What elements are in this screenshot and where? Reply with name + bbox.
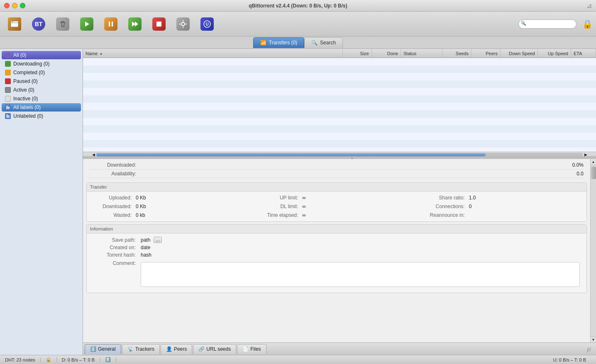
availability-label: Availability:: [90, 171, 139, 177]
downloaded-row: Downloaded: 0.0%: [90, 161, 584, 170]
tab-general[interactable]: ℹ️ General: [85, 344, 121, 354]
window-controls[interactable]: [4, 3, 25, 8]
details-vscroll[interactable]: ▲ ▼: [590, 159, 596, 342]
urlseeds-tab-icon: 🔗: [198, 346, 205, 352]
timeelapsed-label: Time elapsed:: [256, 212, 298, 218]
window-title: qBittorrent v2.4.4 (Down: 0 B/s, Up: 0 B…: [249, 3, 347, 9]
bottom-tabs: ℹ️ General 📡 Trackers 👤 Peers 🔗 URL seed…: [83, 342, 596, 355]
torrenthash-label: Torrent hash:: [90, 252, 136, 258]
h-scroll-thumb[interactable]: [96, 153, 486, 156]
sidebar-item-paused[interactable]: Paused (0): [2, 77, 81, 85]
sidebar-item-downloading[interactable]: Downloading (0): [2, 60, 81, 68]
tab-files[interactable]: 📄 Files: [237, 344, 266, 354]
sidebar-downloading-label: Downloading (0): [13, 61, 49, 67]
availability-value: 0.0: [576, 171, 584, 177]
sidebar-inactive-label: Inactive (0): [13, 96, 38, 102]
details-section: Downloaded: 0.0% Availability: 0.0 T: [83, 159, 596, 355]
svg-marker-5: [132, 22, 135, 27]
information-section: Information Save path: path … Created on…: [86, 224, 587, 293]
shareratio-field: Share ratio: 1.0: [420, 194, 586, 201]
createdon-label: Created on:: [90, 245, 136, 250]
files-tab-icon: 📄: [242, 346, 249, 352]
sidebar-active-label: Active (0): [13, 87, 34, 93]
comment-area: Comment:: [87, 259, 586, 290]
sidebar-item-completed[interactable]: Completed (0): [2, 68, 81, 77]
sidebar-item-active[interactable]: Active (0): [2, 86, 81, 94]
upload-label: U: 0 B/s – T: 0 B: [553, 357, 586, 362]
createdon-value: date: [141, 245, 150, 250]
downloaded-label: Downloaded:: [90, 162, 139, 168]
transfer-icon: ⬆️: [105, 357, 111, 362]
close-button[interactable]: [4, 3, 10, 8]
col-header-size[interactable]: Size: [343, 49, 372, 58]
col-header-upspeed[interactable]: Up Speed: [538, 49, 571, 58]
availability-row: Availability: 0.0: [90, 170, 584, 178]
active-icon: [5, 87, 11, 93]
files-tab-label: Files: [250, 346, 261, 352]
col-header-peers[interactable]: Peers: [471, 49, 501, 58]
vscroll-down-btn[interactable]: ▼: [591, 337, 596, 342]
createdon-field: Created on: date: [87, 244, 586, 251]
downloaded-transfer-field: Downloaded: 0 Kb: [87, 203, 253, 210]
resume-button[interactable]: [124, 14, 146, 34]
h-scrollbar[interactable]: ◀ ▶: [83, 152, 596, 157]
information-fields: Save path: path … Created on: date Torre…: [87, 233, 586, 293]
toolbar: BT: [0, 12, 596, 36]
tab-urlseeds[interactable]: 🔗 URL seeds: [193, 344, 236, 354]
transfer-section: Transfer Uploaded: 0 Kb: [86, 182, 587, 222]
reannounce-label: Reannounce in:: [423, 212, 465, 218]
reannounce-field: Reannounce in:: [420, 211, 586, 219]
svg-rect-12: [6, 106, 8, 107]
peers-tab-icon: 👤: [166, 346, 172, 352]
sidebar-item-all[interactable]: All (0): [2, 51, 81, 59]
trackers-tab-icon: 📡: [127, 346, 134, 352]
scroll-right-btn[interactable]: ▶: [583, 152, 589, 157]
scroll-left-btn[interactable]: ◀: [90, 152, 96, 157]
svg-point-1: [12, 22, 13, 22]
tab-transfers[interactable]: 📶 Transfers (0): [253, 37, 304, 48]
vscroll-thumb[interactable]: [591, 167, 596, 179]
resize-icon: ⊿: [586, 2, 592, 10]
add-magnet-button[interactable]: BT: [27, 14, 50, 34]
options-button[interactable]: [172, 14, 194, 34]
alllabels-icon: [5, 104, 11, 110]
about-button[interactable]: U: [196, 14, 218, 34]
general-tab-icon: ℹ️: [90, 346, 96, 352]
transfer-section-label: Transfer: [90, 184, 107, 189]
stop-button[interactable]: [148, 14, 170, 34]
col-header-seeds[interactable]: Seeds: [442, 49, 471, 58]
pause-button[interactable]: [100, 14, 122, 34]
start-button[interactable]: [76, 14, 98, 34]
minimize-button[interactable]: [12, 3, 17, 8]
download-label: D: 0 B/s – T: 0 B: [62, 357, 95, 362]
svg-marker-6: [135, 22, 138, 27]
col-header-status[interactable]: Status: [401, 49, 442, 58]
paused-icon: [5, 78, 11, 84]
transfer-table-section: Name ▲ Size Done Status Seeds: [83, 49, 596, 157]
dht-label: DHT: 23 nodes: [5, 357, 35, 362]
browse-button[interactable]: …: [154, 237, 162, 243]
timeelapsed-field: Time elapsed: ∞: [253, 211, 420, 219]
delete-button[interactable]: [51, 14, 74, 34]
dllimit-value: ∞: [302, 204, 306, 209]
sidebar-item-inactive[interactable]: Inactive (0): [2, 95, 81, 103]
vscroll-up-btn[interactable]: ▲: [591, 159, 596, 165]
sidebar-item-unlabeled[interactable]: Unlabeled (0): [2, 112, 81, 120]
sidebar-item-alllabels[interactable]: All labels (0): [2, 103, 81, 112]
col-header-downspeed[interactable]: Down Speed: [501, 49, 538, 58]
search-input[interactable]: [518, 19, 576, 29]
open-torrent-button[interactable]: [3, 14, 26, 34]
tab-peers[interactable]: 👤 Peers: [161, 344, 192, 354]
col-header-done[interactable]: Done: [372, 49, 401, 58]
col-header-name[interactable]: Name ▲: [83, 49, 343, 58]
col-header-eta[interactable]: ETA: [571, 49, 596, 58]
tab-trackers[interactable]: 📡 Trackers: [122, 344, 160, 354]
tab-search[interactable]: 🔍 Search: [304, 37, 343, 48]
transfer-icon-section: ⬆️: [100, 357, 116, 362]
h-scroll-track[interactable]: [96, 153, 583, 156]
comment-field: Comment:: [90, 260, 583, 289]
maximize-button[interactable]: [20, 3, 25, 8]
downloading-icon: [5, 61, 11, 67]
wasted-value: 0 kb: [136, 212, 145, 218]
svg-rect-0: [11, 21, 18, 27]
